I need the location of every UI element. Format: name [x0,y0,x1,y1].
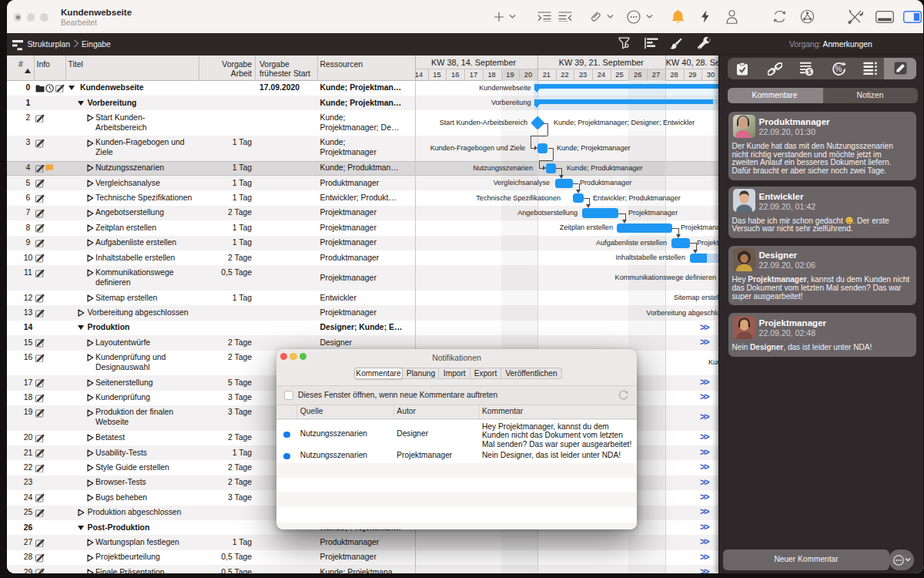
svg-text:$: $ [808,68,812,76]
svg-text:%: % [835,65,842,73]
